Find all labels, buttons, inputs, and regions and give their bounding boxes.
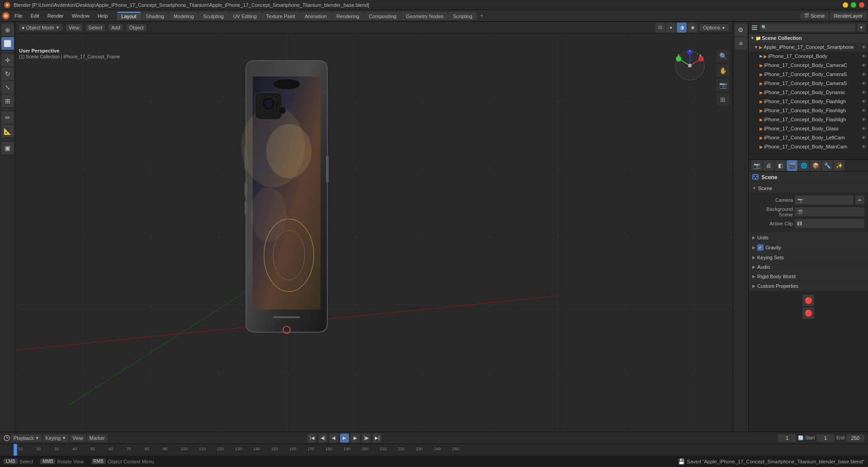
menu-window[interactable]: Window: [68, 12, 93, 19]
outliner-item-6[interactable]: ▶ iPhone_17_Concept_Body_Flashligh 👁: [749, 97, 868, 106]
outliner-item-3[interactable]: ▶ iPhone_17_Concept_Body_CameraS 👁: [749, 70, 868, 79]
rendered-mode-btn[interactable]: ◉: [688, 23, 698, 33]
measure-tool[interactable]: 📐: [1, 125, 14, 138]
item-vis-8[interactable]: 👁: [862, 117, 866, 122]
tab-sculpting[interactable]: Sculpting: [199, 12, 228, 20]
outliner-item-2[interactable]: ▶ iPhone_17_Concept_Body_CameraC 👁: [749, 61, 868, 70]
jump-to-prev-keyframe-btn[interactable]: ◀|: [318, 434, 327, 443]
item-vis-3[interactable]: 👁: [862, 72, 866, 77]
props-output-btn[interactable]: 🖨: [763, 160, 774, 171]
jump-to-next-frame-btn[interactable]: ▶: [351, 434, 360, 443]
current-frame-display[interactable]: 1: [778, 434, 796, 442]
tab-scripting[interactable]: Scripting: [448, 12, 477, 20]
window-controls[interactable]: [843, 2, 864, 8]
outliner-scene-collection[interactable]: ▼ 📁 Scene Collection: [749, 33, 868, 43]
item-vis-0[interactable]: 👁: [862, 45, 866, 50]
loop-indicator[interactable]: 🔄: [798, 435, 803, 440]
wireframe-mode-btn[interactable]: ⊡: [655, 23, 665, 33]
solid-mode-btn[interactable]: ●: [666, 23, 676, 33]
outliner-item-0[interactable]: ▼ ▶ Apple_iPhone_17_Concept_Smartphone 👁: [749, 43, 868, 52]
background-scene-value[interactable]: 🎬: [795, 207, 864, 216]
props-view-layer-btn[interactable]: ◧: [775, 160, 786, 171]
gravity-checkbox[interactable]: ✓: [757, 244, 764, 251]
outliner-filter-btn[interactable]: ▼: [857, 24, 865, 32]
move-tool[interactable]: ✛: [1, 54, 14, 67]
rigid-body-header[interactable]: ▶ Rigid Body World: [749, 272, 868, 281]
props-modifier-btn[interactable]: 🔧: [822, 160, 833, 171]
annotate-tool[interactable]: ✏: [1, 111, 14, 124]
props-particles-btn[interactable]: ✨: [834, 160, 844, 171]
item-vis-7[interactable]: 👁: [862, 108, 866, 113]
viewport-options-btn[interactable]: Options ▼: [699, 24, 729, 31]
keying-menu[interactable]: Keying ▼: [43, 434, 69, 442]
item-vis-10[interactable]: 👁: [862, 135, 866, 140]
go-to-first-frame-btn[interactable]: |◀: [307, 434, 316, 443]
camera-edit-btn[interactable]: ✏: [855, 195, 864, 205]
add-workspace-button[interactable]: +: [477, 11, 486, 20]
tab-uv-editing[interactable]: UV Editing: [229, 12, 261, 20]
start-frame-display[interactable]: 1: [816, 434, 835, 442]
play-btn[interactable]: ▶: [340, 434, 349, 443]
outliner-item-8[interactable]: ▶ iPhone_17_Concept_Body_Flashligh 👁: [749, 115, 868, 124]
end-frame-display[interactable]: 250: [846, 434, 864, 442]
scene-selector[interactable]: 🎬 Scene: [800, 12, 828, 19]
tab-modeling[interactable]: Modeling: [169, 12, 198, 20]
marker-menu[interactable]: Marker: [87, 434, 108, 442]
transform-tool[interactable]: ⊞: [1, 95, 14, 107]
outliner-item-9[interactable]: ▶ iPhone_17_Concept_Body_Glass 👁: [749, 124, 868, 133]
menu-file[interactable]: File: [11, 12, 26, 19]
tab-layout[interactable]: Layout: [117, 12, 141, 20]
keying-sets-header[interactable]: ▶ Keying Sets: [749, 253, 868, 262]
sidebar-outliner-btn[interactable]: ≡: [735, 37, 747, 50]
grid-canvas[interactable]: User Perspective (1) Scene Collection | …: [15, 33, 733, 432]
props-world-btn[interactable]: 🌐: [798, 160, 809, 171]
tab-rendering[interactable]: Rendering: [332, 12, 364, 20]
jump-to-prev-frame-btn[interactable]: ◀: [329, 434, 338, 443]
add-menu[interactable]: Add: [108, 24, 123, 31]
outliner-item-7[interactable]: ▶ iPhone_17_Concept_Body_Flashligh 👁: [749, 106, 868, 115]
object-mode-selector[interactable]: ● Object Mode ▼: [19, 24, 62, 31]
playback-menu[interactable]: Playback ▼: [11, 434, 42, 442]
outliner-item-10[interactable]: ▶ iPhone_17_Concept_Body_LeftCam 👁: [749, 133, 868, 142]
camera-prop-value[interactable]: 📷: [795, 195, 854, 205]
tab-texture-paint[interactable]: Texture Paint: [262, 12, 300, 20]
item-vis-1[interactable]: 👁: [862, 54, 866, 59]
outliner-item-11[interactable]: ▶ iPhone_17_Concept_Body_MainCam 👁: [749, 142, 868, 151]
audio-section-header[interactable]: ▶ Audio: [749, 262, 868, 272]
camera-view-btn[interactable]: 📷: [717, 79, 729, 91]
go-to-last-frame-btn[interactable]: ▶|: [373, 434, 382, 443]
menu-edit[interactable]: Edit: [27, 12, 43, 19]
select-menu[interactable]: Select: [86, 24, 105, 31]
props-render-btn[interactable]: 📷: [751, 160, 762, 171]
scale-tool[interactable]: ⤡: [1, 81, 14, 94]
props-object-btn[interactable]: 📦: [810, 160, 821, 171]
jump-to-next-keyframe-btn[interactable]: |▶: [362, 434, 371, 443]
menu-help[interactable]: Help: [94, 12, 112, 19]
ortho-view-btn[interactable]: ⊞: [717, 93, 729, 106]
tab-animation[interactable]: Animation: [300, 12, 331, 20]
material-mode-btn[interactable]: ◑: [677, 23, 687, 33]
sidebar-props-btn[interactable]: ⚙: [735, 24, 747, 36]
view-menu-timeline[interactable]: View: [70, 434, 86, 442]
outliner-item-1[interactable]: ▶ ▶ iPhone_17_Concept_Body 👁: [749, 52, 868, 61]
tab-geometry-nodes[interactable]: Geometry Nodes: [401, 12, 448, 20]
item-vis-6[interactable]: 👁: [862, 99, 866, 104]
active-clip-value[interactable]: 🎞: [795, 219, 864, 228]
maximize-button[interactable]: [851, 2, 856, 8]
outliner-item-4[interactable]: ▶ iPhone_17_Concept_Body_CameraS 👁: [749, 79, 868, 88]
pan-view-btn[interactable]: ✋: [717, 64, 729, 77]
tab-compositing[interactable]: Compositing: [364, 12, 401, 20]
menu-render[interactable]: Render: [44, 12, 67, 19]
outliner-item-5[interactable]: ▶ iPhone_17_Concept_Body_Dynamic 👁: [749, 88, 868, 97]
item-vis-4[interactable]: 👁: [862, 81, 866, 86]
add-cube-tool[interactable]: ▣: [1, 142, 14, 154]
gravity-section-header[interactable]: ▶ ✓ Gravity: [749, 243, 868, 253]
item-vis-5[interactable]: 👁: [862, 90, 866, 95]
outliner-search[interactable]: 🔍: [760, 24, 855, 32]
item-vis-11[interactable]: 👁: [862, 144, 866, 149]
item-vis-9[interactable]: 👁: [862, 126, 866, 131]
units-section-header[interactable]: ▶ Units: [749, 233, 868, 242]
timeline-ruler[interactable]: 10 20 30 40 50 60 70 80 90 100 110 120 1…: [0, 444, 868, 456]
render-layer-selector[interactable]: RenderLayer: [830, 12, 866, 19]
viewport[interactable]: ● Object Mode ▼ View Select Add Object ⊡…: [15, 22, 733, 432]
